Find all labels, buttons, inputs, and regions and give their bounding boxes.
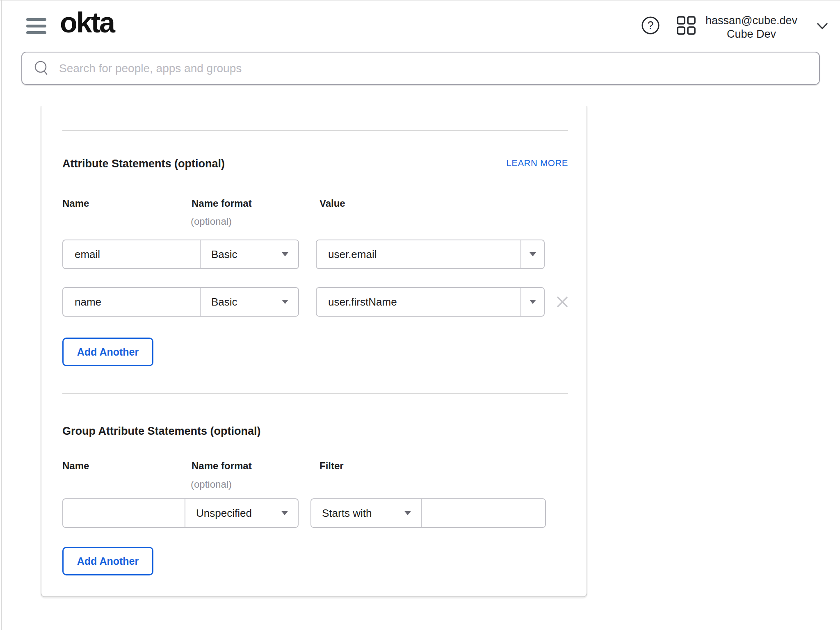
window-top-edge <box>0 0 840 1</box>
menu-icon[interactable] <box>26 18 46 34</box>
user-org: Cube Dev <box>705 27 797 41</box>
search-input[interactable] <box>50 52 819 84</box>
global-search <box>21 52 820 85</box>
attribute-statements-title: Attribute Statements (optional) <box>62 157 225 171</box>
col-header-optional-note: (optional) <box>191 216 232 227</box>
filter-operator-select[interactable]: Starts with <box>311 499 421 527</box>
attribute-value-input[interactable] <box>317 288 520 316</box>
name-format-select[interactable]: Basic <box>200 288 298 316</box>
attribute-row: Basic <box>62 287 569 317</box>
user-account-menu[interactable]: hassan@cube.dev Cube Dev <box>705 14 797 41</box>
section-divider <box>62 130 568 131</box>
attribute-value-input[interactable] <box>317 240 520 268</box>
okta-admin-page: okta ? hassan@cube.dev Cube Dev <box>0 0 840 630</box>
dropdown-arrow-icon <box>530 252 536 256</box>
user-email: hassan@cube.dev <box>705 14 797 27</box>
add-another-attribute-button[interactable]: Add Another <box>62 338 153 366</box>
question-mark-glyph: ? <box>647 19 653 32</box>
col-header-value: Value <box>320 198 345 209</box>
col-header-name: Name <box>62 460 89 472</box>
remove-row-button[interactable] <box>555 295 569 309</box>
attribute-name-input[interactable] <box>63 240 200 268</box>
saml-settings-card: Attribute Statements (optional) LEARN MO… <box>41 106 587 597</box>
dropdown-arrow-icon <box>282 300 288 304</box>
col-header-name-format: Name format <box>192 198 252 209</box>
value-dropdown-toggle[interactable] <box>520 240 544 268</box>
col-header-name: Name <box>62 198 89 209</box>
group-name-format-select[interactable]: Unspecified <box>185 499 298 527</box>
add-another-group-attribute-button[interactable]: Add Another <box>62 547 153 575</box>
filter-value-input[interactable] <box>422 499 545 527</box>
window-left-edge <box>1 0 2 630</box>
group-attribute-statements-title: Group Attribute Statements (optional) <box>62 424 260 438</box>
attribute-row: Basic <box>62 240 545 269</box>
value-dropdown-toggle[interactable] <box>520 288 544 316</box>
dropdown-arrow-icon <box>404 511 411 515</box>
group-attribute-row: Unspecified Starts with <box>62 498 546 528</box>
dropdown-arrow-icon <box>530 300 536 304</box>
col-header-name-format: Name format <box>192 460 252 472</box>
help-icon[interactable]: ? <box>641 16 660 35</box>
group-name-input[interactable] <box>63 499 185 527</box>
search-icon <box>33 60 50 77</box>
name-format-select[interactable]: Basic <box>200 240 298 268</box>
close-icon <box>556 295 569 308</box>
chevron-down-icon[interactable] <box>817 23 828 30</box>
learn-more-link[interactable]: LEARN MORE <box>507 158 568 169</box>
apps-grid-icon[interactable] <box>676 15 696 36</box>
col-header-optional-note: (optional) <box>191 479 232 490</box>
attribute-name-input[interactable] <box>63 288 200 316</box>
col-header-filter: Filter <box>320 460 344 472</box>
dropdown-arrow-icon <box>282 252 288 256</box>
section-divider <box>62 393 568 394</box>
okta-logo: okta <box>60 7 114 39</box>
dropdown-arrow-icon <box>281 511 288 515</box>
